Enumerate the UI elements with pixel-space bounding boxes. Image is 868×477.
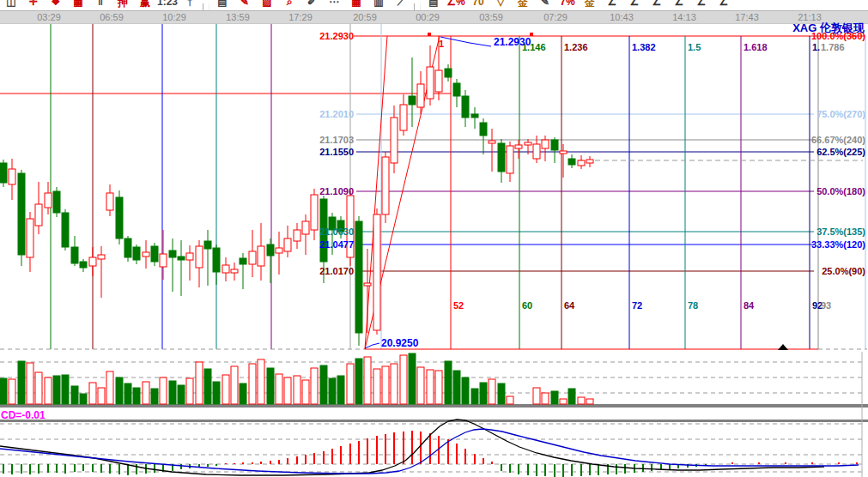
symbol-title: XAG 伦敦银现 (792, 21, 865, 36)
macd-dot (838, 462, 840, 464)
volume-bar (462, 377, 469, 404)
gann-percent-label: 66.67%(240) (811, 135, 865, 145)
scroll-triangle-icon[interactable] (778, 344, 788, 350)
volume-bar (355, 359, 362, 404)
annotation-pointer-high (440, 37, 491, 46)
volume-bar (222, 375, 229, 404)
volume-bar (427, 370, 434, 404)
volume-bar (35, 372, 42, 404)
volume-bar (258, 359, 264, 404)
candle-body (124, 238, 131, 257)
candle-body (471, 114, 478, 118)
gann-percent-label: 75.0%(270) (816, 109, 865, 119)
candle-body (0, 163, 7, 183)
candle-body (427, 67, 434, 99)
volume-bar (0, 378, 7, 404)
candle-body (355, 221, 362, 333)
volume-bar (373, 369, 380, 404)
volume-bar (347, 364, 354, 404)
candle-body (116, 197, 123, 238)
candle-body (409, 96, 416, 105)
candle-body (568, 159, 575, 165)
candle-body (222, 265, 229, 273)
macd-dot (758, 462, 760, 464)
price-level-label: 21.2010 (302, 109, 354, 119)
annotation-pointer-low (365, 343, 379, 348)
candle-body (480, 123, 487, 136)
candle-body (533, 144, 540, 159)
candle-body (89, 257, 96, 266)
candle-body (417, 84, 424, 107)
fib-ratio-label: 1. (812, 42, 820, 52)
volume-bar (542, 393, 549, 404)
candle-body (53, 191, 60, 213)
candle-body (98, 255, 105, 259)
candle-body (391, 118, 398, 163)
volume-bar (213, 382, 220, 404)
candle-body (551, 140, 558, 150)
candle-body (400, 105, 407, 130)
candle-body (240, 258, 246, 264)
price-level-label: 21.2930 (302, 31, 354, 41)
gann-count-label: 72 (632, 300, 642, 311)
candle-body (196, 246, 203, 268)
volume-bar (98, 388, 105, 404)
candle-body (186, 253, 193, 260)
volume-bar (160, 377, 167, 404)
candle-body (276, 248, 282, 253)
chart-svg[interactable] (0, 0, 868, 477)
candle-body (258, 246, 264, 266)
gann-percent-label: 50.0%(180) (816, 186, 865, 196)
volume-bar (391, 364, 398, 404)
volume-bar (116, 377, 123, 404)
gann-count-label: 64 (564, 300, 574, 311)
volume-bar (196, 362, 203, 404)
fib-ratio-label: 1.382 (632, 42, 656, 52)
candle-body (498, 143, 505, 172)
volume-bar (18, 361, 25, 404)
volume-bar (533, 388, 540, 404)
volume-bar (586, 399, 593, 404)
volume-bar (578, 397, 585, 404)
volume-bar (89, 383, 96, 404)
volume-bar (302, 380, 309, 404)
volume-bar (27, 363, 33, 404)
macd-dot (785, 462, 786, 464)
macd-dot (731, 462, 733, 464)
volume-bar (568, 389, 575, 404)
gann-count-label: 93 (821, 300, 831, 311)
gann-count-label: 60 (522, 300, 532, 311)
candle-body (133, 247, 140, 260)
fib-ratio-label: 1.618 (744, 42, 768, 52)
volume-bar (471, 389, 478, 404)
price-level-label: 21.0630 (302, 226, 354, 237)
candle-body (507, 146, 513, 173)
volume-bar (480, 383, 487, 404)
price-level-label: 21.0477 (302, 239, 354, 250)
volume-bar (489, 379, 495, 404)
volume-bar (498, 383, 505, 404)
candle-body (525, 142, 531, 145)
candle-body (578, 160, 585, 166)
candle-body (160, 254, 167, 267)
candle-body (169, 251, 176, 257)
candle-body (27, 219, 33, 257)
volume-bar (186, 378, 193, 404)
candle-body (62, 213, 69, 247)
volume-bar (400, 355, 407, 404)
candle-body (515, 145, 522, 148)
volume-bar (417, 367, 424, 404)
candle-body (267, 245, 274, 256)
volume-bar (507, 396, 513, 404)
candle-body (489, 141, 495, 143)
candle-body (586, 160, 593, 163)
annotation-low-price[interactable]: 20.9250 (381, 337, 418, 349)
candle-body (45, 193, 52, 208)
candle-body (445, 69, 452, 77)
gann-percent-label: 37.5%(135) (816, 226, 865, 237)
fib-ratio-label: 1.786 (821, 42, 845, 52)
volume-bar (45, 377, 52, 404)
annotation-high-price[interactable]: 21.2930 (494, 36, 531, 48)
gann-handle-number[interactable]: 1 (439, 39, 444, 49)
candle-body (364, 283, 371, 286)
